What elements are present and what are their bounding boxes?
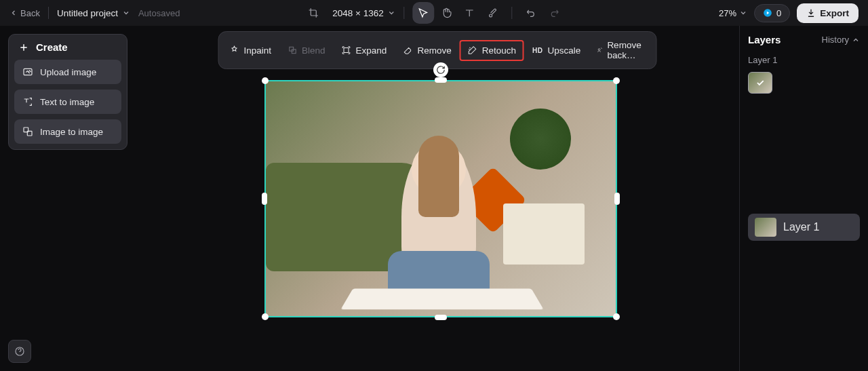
undo-icon	[526, 7, 537, 18]
inpaint-icon	[230, 45, 239, 55]
back-button[interactable]: Back	[9, 8, 40, 18]
canvas-selection[interactable]	[264, 80, 617, 317]
create-button[interactable]: Create	[14, 40, 121, 54]
crop-icon	[308, 7, 319, 18]
retouch-button[interactable]: Retouch	[460, 40, 524, 61]
layer-name-label: Layer 1	[748, 55, 860, 65]
project-name-text: Untitled project	[57, 8, 118, 18]
canvas-image[interactable]	[266, 81, 616, 316]
help-button[interactable]	[8, 340, 31, 363]
chevron-left-icon	[9, 9, 18, 17]
history-toggle[interactable]: History	[822, 35, 860, 45]
remove-background-button[interactable]: Remove back…	[589, 35, 653, 66]
expand-icon	[342, 45, 351, 55]
back-label: Back	[20, 8, 40, 18]
upscale-button[interactable]: HD Upscale	[524, 40, 589, 61]
crop-tool[interactable]	[302, 2, 324, 24]
credits-pill[interactable]: 0	[754, 4, 790, 22]
create-label: Create	[36, 41, 68, 53]
layer-row-label: Layer 1	[783, 221, 819, 233]
resize-handle-mb[interactable]	[435, 315, 447, 320]
project-name-dropdown[interactable]: Untitled project	[57, 8, 130, 18]
brush-icon	[488, 7, 498, 18]
resize-handle-mr[interactable]	[614, 193, 620, 205]
text-to-image-icon	[22, 96, 33, 107]
resize-handle-mt[interactable]	[435, 77, 447, 83]
dimensions-dropdown[interactable]: 2048 × 1362	[332, 8, 395, 18]
zoom-value: 27%	[719, 8, 736, 18]
zoom-dropdown[interactable]: 27%	[719, 8, 747, 18]
image-to-image-button[interactable]: Image to image	[14, 119, 121, 144]
divider	[48, 7, 49, 19]
t2i-label: Text to image	[40, 97, 94, 107]
layer-row-thumbnail	[755, 218, 776, 237]
i2i-label: Image to image	[40, 127, 103, 137]
redo-icon	[549, 7, 560, 18]
resize-handle-tr[interactable]	[613, 77, 620, 84]
dimensions-text: 2048 × 1362	[332, 8, 383, 18]
divider	[512, 7, 513, 19]
rotate-handle[interactable]	[433, 62, 448, 77]
rotate-icon	[436, 65, 446, 75]
blend-icon	[288, 45, 297, 55]
autosaved-status: Autosaved	[138, 8, 180, 18]
remove-bg-icon	[597, 45, 602, 55]
export-button[interactable]: Export	[797, 3, 859, 23]
layers-title: Layers	[748, 34, 781, 45]
svg-rect-4	[289, 47, 293, 51]
inpaint-button[interactable]: Inpaint	[222, 40, 280, 61]
upload-image-button[interactable]: Upload image	[14, 60, 121, 84]
upload-icon	[22, 66, 33, 77]
remove-button[interactable]: Remove	[395, 40, 459, 61]
divider	[404, 7, 405, 19]
brush-tool[interactable]	[482, 2, 504, 24]
plus-icon	[18, 42, 29, 53]
hd-icon: HD	[532, 47, 542, 54]
resize-handle-br[interactable]	[613, 313, 620, 320]
eraser-icon	[403, 45, 412, 55]
hand-icon	[441, 7, 452, 18]
undo-button[interactable]	[521, 2, 542, 24]
credits-icon	[763, 8, 772, 18]
image-to-image-icon	[22, 126, 33, 137]
upload-label: Upload image	[40, 67, 96, 77]
resize-handle-bl[interactable]	[262, 313, 269, 320]
chevron-up-icon	[852, 36, 860, 44]
text-tool[interactable]	[459, 2, 481, 24]
export-label: Export	[820, 8, 849, 18]
pointer-tool[interactable]	[413, 2, 435, 24]
layer-row[interactable]: Layer 1	[748, 214, 860, 241]
hand-tool[interactable]	[436, 2, 458, 24]
resize-handle-ml[interactable]	[262, 193, 267, 205]
redo-button[interactable]	[544, 2, 566, 24]
chevron-down-icon	[739, 9, 747, 17]
pointer-icon	[418, 7, 429, 18]
help-icon	[14, 346, 25, 357]
layer-thumbnail-selected[interactable]	[748, 72, 772, 94]
svg-rect-6	[344, 48, 349, 53]
svg-point-7	[598, 49, 600, 51]
check-icon	[755, 78, 765, 87]
text-to-image-button[interactable]: Text to image	[14, 90, 121, 114]
svg-rect-5	[292, 50, 296, 54]
retouch-icon	[468, 45, 477, 55]
resize-handle-tl[interactable]	[262, 77, 269, 84]
text-icon	[465, 7, 475, 18]
expand-button[interactable]: Expand	[334, 40, 395, 61]
chevron-down-icon	[388, 9, 396, 17]
chevron-down-icon	[122, 9, 130, 17]
credits-value: 0	[776, 8, 781, 18]
export-icon	[806, 8, 816, 18]
blend-button: Blend	[279, 40, 334, 61]
